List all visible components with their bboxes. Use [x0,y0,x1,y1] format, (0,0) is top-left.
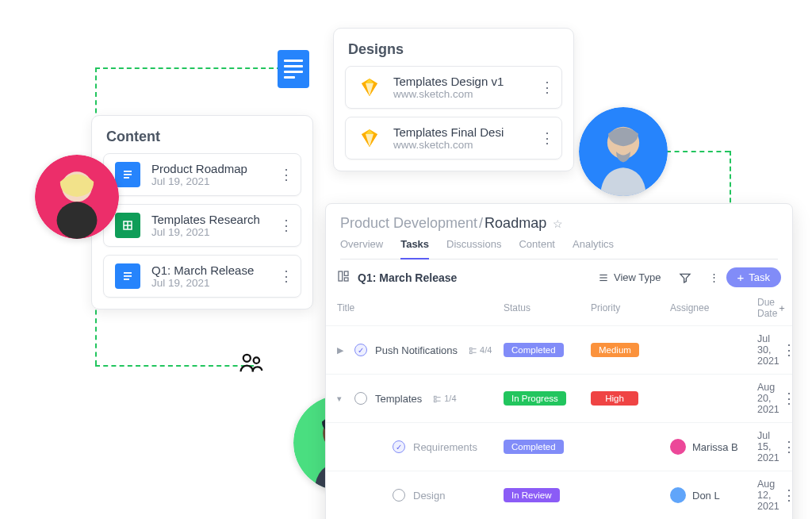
connector [730,151,731,210]
svg-rect-29 [469,348,472,350]
item-subtitle: www.sketch.com [393,139,527,151]
col-assignee: Assignee [670,302,757,313]
avatar [579,107,668,196]
favorite-star-icon[interactable]: ☆ [553,217,563,230]
svg-rect-33 [435,396,437,398]
status-pill[interactable]: Completed [504,343,564,357]
due-date: Jul 15, 2021 [757,430,779,463]
row-more-button[interactable] [779,348,799,352]
tab-content[interactable]: Content [519,238,555,259]
item-more-button[interactable] [538,85,557,90]
task-row[interactable]: RequirementsCompletedMarissa BJul 15, 20… [326,422,792,471]
col-priority: Priority [591,302,670,313]
assignee-name: Don L [692,490,720,502]
new-task-button[interactable]: + Task [726,267,782,287]
svg-rect-5 [124,177,129,179]
item-more-button[interactable] [277,223,296,228]
task-status-circle[interactable] [354,344,367,356]
breadcrumb-parent[interactable]: Product Development [340,215,477,232]
layout-icon[interactable] [337,270,350,285]
designs-card-title: Designs [334,29,573,66]
view-type-button[interactable]: View Type [593,268,666,286]
item-subtitle: www.sketch.com [393,88,527,100]
content-item[interactable]: Templates Research Jul 19, 2021 [103,204,301,247]
people-icon [238,349,265,382]
tab-overview[interactable]: Overview [340,238,383,259]
sheet-file-icon [115,213,140,238]
content-item[interactable]: Q1: March Release Jul 19, 2021 [103,255,301,298]
status-pill[interactable]: In Review [504,488,560,502]
svg-rect-12 [124,275,132,277]
tab-tasks[interactable]: Tasks [400,238,429,260]
assignee-name: Marissa B [692,441,738,453]
priority-pill[interactable]: Medium [591,343,639,357]
task-title: Design [413,490,445,502]
task-row[interactable]: DesignIn ReviewDon LAug 12, 2021 [326,471,792,519]
svg-rect-13 [124,279,129,280]
svg-rect-30 [469,351,472,353]
chevron-right-icon[interactable]: ▶ [337,345,347,356]
priority-pill[interactable]: High [591,391,638,406]
svg-rect-11 [124,272,132,274]
item-title: Templates Final Desi [393,125,527,139]
status-pill[interactable]: Completed [504,440,564,454]
doc-file-icon [115,263,140,289]
row-more-button[interactable] [779,493,799,498]
tab-bar: OverviewTasksDiscussionsContentAnalytics [340,238,778,260]
add-column-button[interactable]: ＋ [777,302,793,315]
svg-point-16 [57,202,98,239]
item-more-button[interactable] [277,274,296,279]
filter-button[interactable] [674,268,696,287]
tab-analytics[interactable]: Analytics [573,238,614,259]
item-title: Templates Research [151,213,266,226]
more-button[interactable] [704,272,718,283]
svg-rect-24 [344,271,348,275]
svg-point-1 [254,357,259,363]
subtask-count: 1/4 [433,394,456,403]
connector [95,302,97,365]
row-more-button[interactable] [779,396,799,401]
svg-point-0 [243,355,251,362]
assignee-avatar [670,487,686,503]
task-status-circle[interactable] [354,392,367,405]
content-card: Content Product Roadmap Jul 19, 2021 Tem… [91,115,313,309]
due-date: Aug 20, 2021 [757,382,779,415]
svg-rect-4 [124,174,132,175]
chevron-down-icon[interactable]: ▾ [337,394,347,404]
task-status-circle[interactable] [393,440,405,453]
avatar [35,155,119,239]
item-subtitle: Jul 19, 2021 [151,277,266,289]
subtask-count: 4/4 [469,345,492,355]
doc-file-icon [115,162,140,187]
content-card-title: Content [92,116,312,153]
col-due: Due Date [757,297,777,319]
breadcrumb-current: Roadmap [485,215,546,232]
roadmap-panel: Product Development / Roadmap ☆ Overview… [325,203,793,519]
due-date: Jul 30, 2021 [757,333,779,367]
col-title: Title [337,302,504,313]
task-title: Templates [375,393,422,405]
assignee-avatar [670,439,686,455]
toolbar: Q1: March Release View Type + Task [326,260,792,295]
task-status-circle[interactable] [393,489,405,502]
connector [95,67,282,69]
row-more-button[interactable] [779,444,799,449]
due-date: Aug 12, 2021 [757,479,779,512]
task-row[interactable]: ▶Push Notifications4/4CompletedMediumJul… [326,325,792,374]
design-item[interactable]: Templates Design v1 www.sketch.com [345,66,562,109]
item-more-button[interactable] [277,172,296,177]
design-item[interactable]: Templates Final Desi www.sketch.com [345,117,562,160]
sketch-file-icon [357,125,382,151]
designs-card: Designs Templates Design v1 www.sketch.c… [333,28,574,171]
item-subtitle: Jul 19, 2021 [151,226,266,238]
breadcrumb: Product Development / Roadmap ☆ [340,215,778,232]
document-icon [278,50,309,88]
plus-icon: + [737,271,745,283]
task-row[interactable]: ▾Templates1/4In ProgressHighAug 20, 2021 [326,374,792,422]
content-item[interactable]: Product Roadmap Jul 19, 2021 [103,153,301,196]
col-status: Status [504,302,591,313]
status-pill[interactable]: In Progress [504,391,566,406]
item-more-button[interactable] [538,136,557,140]
item-title: Product Roadmap [151,162,266,175]
tab-discussions[interactable]: Discussions [446,238,501,259]
